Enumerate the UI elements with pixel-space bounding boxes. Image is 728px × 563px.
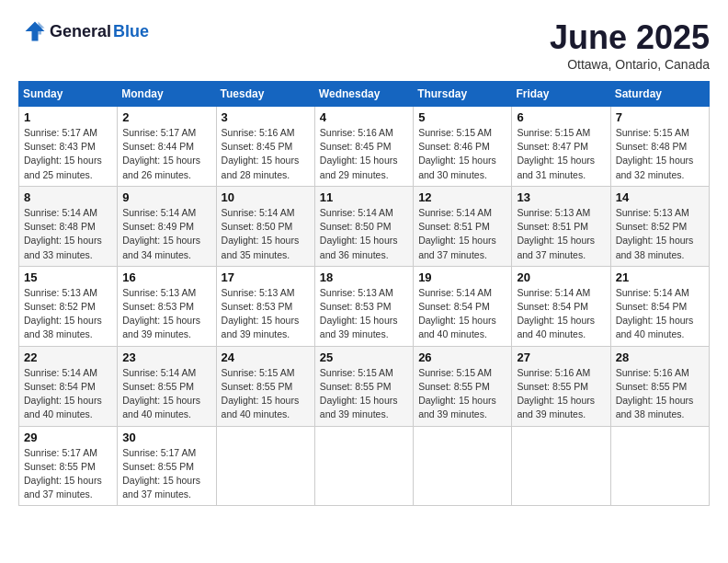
svg-marker-0 [26, 22, 45, 41]
calendar-day-18: 18Sunrise: 5:13 AMSunset: 8:53 PMDayligh… [314, 266, 413, 346]
calendar-day-14: 14Sunrise: 5:13 AMSunset: 8:52 PMDayligh… [610, 186, 709, 266]
calendar-day-21: 21Sunrise: 5:14 AMSunset: 8:54 PMDayligh… [610, 266, 709, 346]
calendar-day-30: 30Sunrise: 5:17 AMSunset: 8:55 PMDayligh… [118, 426, 216, 506]
logo-general-text: General [50, 22, 111, 41]
calendar-day-10: 10Sunrise: 5:14 AMSunset: 8:50 PMDayligh… [216, 186, 314, 266]
calendar-day-15: 15Sunrise: 5:13 AMSunset: 8:52 PMDayligh… [19, 266, 118, 346]
calendar-week-1: 8Sunrise: 5:14 AMSunset: 8:48 PMDaylight… [19, 186, 710, 266]
calendar-day-16: 16Sunrise: 5:13 AMSunset: 8:53 PMDayligh… [118, 266, 216, 346]
calendar-day-empty [414, 426, 512, 506]
calendar-week-0: 1Sunrise: 5:17 AMSunset: 8:43 PMDaylight… [19, 107, 710, 187]
calendar-week-2: 15Sunrise: 5:13 AMSunset: 8:52 PMDayligh… [19, 266, 710, 346]
calendar-week-4: 29Sunrise: 5:17 AMSunset: 8:55 PMDayligh… [19, 426, 710, 506]
calendar-day-12: 12Sunrise: 5:14 AMSunset: 8:51 PMDayligh… [414, 186, 512, 266]
calendar-table: SundayMondayTuesdayWednesdayThursdayFrid… [18, 81, 710, 506]
calendar-day-4: 4Sunrise: 5:16 AMSunset: 8:45 PMDaylight… [314, 107, 413, 187]
calendar-day-7: 7Sunrise: 5:15 AMSunset: 8:48 PMDaylight… [610, 107, 709, 187]
calendar-day-9: 9Sunrise: 5:14 AMSunset: 8:49 PMDaylight… [118, 186, 216, 266]
logo: General Blue [18, 18, 149, 44]
calendar-day-1: 1Sunrise: 5:17 AMSunset: 8:43 PMDaylight… [19, 107, 118, 187]
col-header-wednesday: Wednesday [314, 82, 413, 107]
svg-marker-1 [39, 22, 45, 35]
calendar-header-row: SundayMondayTuesdayWednesdayThursdayFrid… [19, 82, 710, 107]
calendar-day-5: 5Sunrise: 5:15 AMSunset: 8:46 PMDaylight… [414, 107, 512, 187]
calendar-day-26: 26Sunrise: 5:15 AMSunset: 8:55 PMDayligh… [414, 346, 512, 426]
col-header-tuesday: Tuesday [216, 82, 314, 107]
calendar-day-empty [610, 426, 709, 506]
calendar-day-13: 13Sunrise: 5:13 AMSunset: 8:51 PMDayligh… [512, 186, 610, 266]
calendar-day-empty [216, 426, 314, 506]
calendar-day-empty [512, 426, 610, 506]
logo-icon [22, 18, 48, 44]
calendar-day-23: 23Sunrise: 5:14 AMSunset: 8:55 PMDayligh… [118, 346, 216, 426]
calendar-day-24: 24Sunrise: 5:15 AMSunset: 8:55 PMDayligh… [216, 346, 314, 426]
calendar-day-28: 28Sunrise: 5:16 AMSunset: 8:55 PMDayligh… [610, 346, 709, 426]
col-header-monday: Monday [118, 82, 216, 107]
header: General Blue June 2025 Ottawa, Ontario, … [18, 18, 710, 72]
location: Ottawa, Ontario, Canada [550, 57, 710, 72]
calendar-day-22: 22Sunrise: 5:14 AMSunset: 8:54 PMDayligh… [19, 346, 118, 426]
col-header-thursday: Thursday [414, 82, 512, 107]
col-header-saturday: Saturday [610, 82, 709, 107]
calendar-day-17: 17Sunrise: 5:13 AMSunset: 8:53 PMDayligh… [216, 266, 314, 346]
col-header-friday: Friday [512, 82, 610, 107]
calendar-day-20: 20Sunrise: 5:14 AMSunset: 8:54 PMDayligh… [512, 266, 610, 346]
calendar-day-2: 2Sunrise: 5:17 AMSunset: 8:44 PMDaylight… [118, 107, 216, 187]
calendar-day-3: 3Sunrise: 5:16 AMSunset: 8:45 PMDaylight… [216, 107, 314, 187]
calendar-day-8: 8Sunrise: 5:14 AMSunset: 8:48 PMDaylight… [19, 186, 118, 266]
calendar-day-29: 29Sunrise: 5:17 AMSunset: 8:55 PMDayligh… [19, 426, 118, 506]
calendar-day-19: 19Sunrise: 5:14 AMSunset: 8:54 PMDayligh… [414, 266, 512, 346]
calendar-day-25: 25Sunrise: 5:15 AMSunset: 8:55 PMDayligh… [314, 346, 413, 426]
logo-blue-text: Blue [113, 22, 149, 41]
month-title: June 2025 [550, 18, 710, 57]
calendar-day-11: 11Sunrise: 5:14 AMSunset: 8:50 PMDayligh… [314, 186, 413, 266]
title-area: June 2025 Ottawa, Ontario, Canada [550, 18, 710, 72]
calendar-day-empty [314, 426, 413, 506]
calendar-week-3: 22Sunrise: 5:14 AMSunset: 8:54 PMDayligh… [19, 346, 710, 426]
col-header-sunday: Sunday [19, 82, 118, 107]
calendar-day-27: 27Sunrise: 5:16 AMSunset: 8:55 PMDayligh… [512, 346, 610, 426]
calendar-day-6: 6Sunrise: 5:15 AMSunset: 8:47 PMDaylight… [512, 107, 610, 187]
